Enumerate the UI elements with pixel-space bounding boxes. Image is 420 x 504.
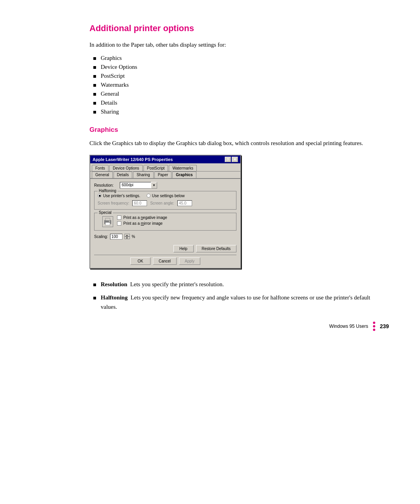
svg-rect-3 <box>109 221 110 222</box>
list-item: General <box>93 91 373 97</box>
list-item: PostScript <box>93 73 373 79</box>
page-title: Additional printer options <box>89 23 373 33</box>
tab-sharing[interactable]: Sharing <box>133 172 153 178</box>
intro-paragraph: In addition to the Paper tab, other tabs… <box>89 40 373 49</box>
scaling-row: Scaling: ▲ ▼ % <box>94 234 236 240</box>
bullet-icon <box>93 297 96 299</box>
graphics-body-text: Click the Graphics tab to display the Gr… <box>89 138 373 148</box>
resolution-row: Resolution: 600dpi ▼ <box>94 182 236 189</box>
titlebar-buttons: ? ✕ <box>225 157 238 162</box>
resolution-select-wrapper: 600dpi ▼ <box>120 182 157 189</box>
halftoning-label: Halftoning <box>98 189 117 193</box>
term-halftoning: Halftoning <box>101 294 128 301</box>
radio-selected-dot <box>99 195 101 197</box>
ok-button[interactable]: OK <box>130 257 150 265</box>
radio-2-label: Use settings below <box>152 194 185 198</box>
svg-rect-1 <box>105 218 110 220</box>
halftoning-groupbox: Halftoning Use printer's settings. Use s… <box>94 191 236 210</box>
bullet-icon <box>93 93 96 96</box>
tab-fonts[interactable]: Fonts <box>92 165 108 171</box>
bullet-icon <box>93 84 96 87</box>
screen-freq-input[interactable] <box>132 200 147 206</box>
scaling-input[interactable] <box>110 234 122 240</box>
screen-freq-label: Screen frequency: <box>98 201 129 205</box>
page-footer: Windows 95 Users 239 <box>329 322 389 331</box>
page-container: Additional printer options In addition t… <box>0 0 420 346</box>
dialog-box: Apple LaserWriter 12/640 PS Properties ?… <box>89 155 241 269</box>
tab-watermarks[interactable]: Watermarks <box>169 165 197 171</box>
list-item: Sharing <box>93 108 373 115</box>
dialog-footer-top: Help Restore Defaults <box>94 243 236 252</box>
bullet-icon <box>93 102 96 105</box>
desc-item-resolution: Resolution Lets you specify the printer'… <box>93 280 373 289</box>
tab-graphics[interactable]: Graphics <box>172 172 196 178</box>
dialog-title: Apple LaserWriter 12/640 PS Properties <box>93 157 173 162</box>
checkbox-mirror-box[interactable] <box>117 221 121 226</box>
list-item: Watermarks <box>93 82 373 88</box>
tab-details[interactable]: Details <box>114 172 133 178</box>
checkbox-negative[interactable]: Print as a negative image <box>117 215 167 220</box>
scaling-unit: % <box>132 234 135 239</box>
radio-printer-settings[interactable]: Use printer's settings. <box>98 194 140 198</box>
tab-general[interactable]: General <box>92 172 113 178</box>
screen-angle-input[interactable] <box>177 200 192 206</box>
resolution-label: Resolution: <box>94 183 117 187</box>
screen-fields-row: Screen frequency: Screen angle: <box>98 200 233 206</box>
close-title-btn[interactable]: ✕ <box>232 157 238 162</box>
feature-list: Graphics Device Options PostScript Water… <box>89 55 373 115</box>
dialog-wrapper: Apple LaserWriter 12/640 PS Properties ?… <box>89 155 373 269</box>
radio-1-label: Use printer's settings. <box>103 194 140 198</box>
bullet-icon <box>93 75 96 78</box>
list-item-label: Watermarks <box>101 82 129 88</box>
svg-rect-2 <box>105 222 110 225</box>
tab-device-options[interactable]: Device Options <box>109 165 143 171</box>
cancel-button[interactable]: Cancel <box>153 257 177 265</box>
dialog-footer-bottom: OK Cancel Apply <box>94 255 236 265</box>
radio-icon-2 <box>147 194 150 198</box>
bullet-icon <box>93 66 96 69</box>
scaling-spinner: ▲ ▼ <box>124 234 130 239</box>
description-list: Resolution Lets you specify the printer'… <box>89 280 373 312</box>
list-item: Graphics <box>93 55 373 61</box>
restore-defaults-button[interactable]: Restore Defaults <box>196 245 236 252</box>
help-title-btn[interactable]: ? <box>225 157 231 162</box>
checkbox-negative-box[interactable] <box>117 215 121 220</box>
checkbox-mirror[interactable]: Print as a mirror image <box>117 221 167 226</box>
desc-item-text: Resolution Lets you specify the printer'… <box>101 280 224 289</box>
special-groupbox: Special Print as a negative image <box>94 213 236 231</box>
dialog-titlebar: Apple LaserWriter 12/640 PS Properties ?… <box>90 156 240 163</box>
list-item-label: Device Options <box>101 64 137 70</box>
printer-svg <box>103 217 112 226</box>
bullet-icon <box>93 111 96 114</box>
term-resolution: Resolution <box>101 281 127 287</box>
desc-item-halftoning: Halftoning Lets you specify new frequenc… <box>93 293 373 312</box>
screen-angle-label: Screen angle: <box>150 201 174 205</box>
printer-icon <box>102 216 113 227</box>
list-item-label: PostScript <box>101 73 125 79</box>
bullet-icon <box>93 57 96 60</box>
spin-up-btn[interactable]: ▲ <box>124 234 130 236</box>
tab-postscript[interactable]: PostScript <box>144 165 168 171</box>
tabs-row1: Fonts Device Options PostScript Watermar… <box>90 163 240 172</box>
list-item-label: Sharing <box>101 108 119 115</box>
resolution-dropdown-arrow[interactable]: ▼ <box>151 182 157 189</box>
resolution-input[interactable]: 600dpi <box>120 182 151 189</box>
scaling-label: Scaling: <box>94 234 108 239</box>
footer-dot-3 <box>373 329 375 331</box>
tab-paper[interactable]: Paper <box>154 172 172 178</box>
radio-row: Use printer's settings. Use settings bel… <box>98 194 233 198</box>
checkbox-column: Print as a negative image Print as a mir… <box>117 215 167 226</box>
apply-button[interactable]: Apply <box>179 257 200 265</box>
list-item: Details <box>93 100 373 106</box>
desc-item-text: Halftoning Lets you specify new frequenc… <box>101 293 373 312</box>
radio-settings-below[interactable]: Use settings below <box>147 194 185 198</box>
spin-down-btn[interactable]: ▼ <box>124 236 130 239</box>
graphics-heading: Graphics <box>89 126 373 134</box>
help-button[interactable]: Help <box>173 245 194 252</box>
list-item-label: General <box>101 91 119 97</box>
tabs-row2: General Details Sharing Paper Graphics <box>90 172 240 179</box>
checkbox-negative-label: Print as a negative image <box>123 215 167 220</box>
dialog-body: Resolution: 600dpi ▼ Halftoning Use prin… <box>90 179 240 268</box>
radio-icon-1 <box>98 194 102 198</box>
bullet-icon <box>93 284 96 286</box>
